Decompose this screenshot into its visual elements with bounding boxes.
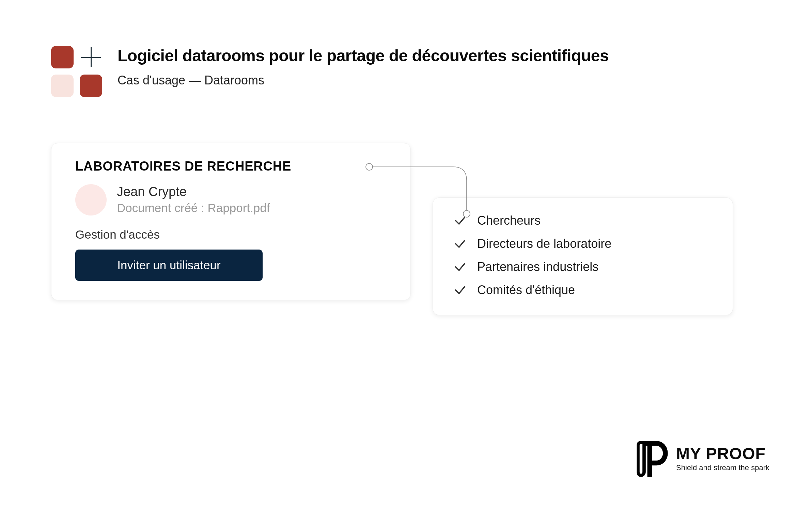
check-icon xyxy=(453,283,467,297)
list-item: Partenaires industriels xyxy=(453,260,712,274)
brand-mark-icon xyxy=(636,439,669,479)
user-row: Jean Crypte Document créé : Rapport.pdf xyxy=(75,184,389,216)
user-doc-created: Document créé : Rapport.pdf xyxy=(117,200,270,216)
list-item: Chercheurs xyxy=(453,214,712,228)
roles-list: Chercheurs Directeurs de laboratoire Par… xyxy=(453,214,712,297)
brand-footer: MY PROOF Shield and stream the spark xyxy=(636,439,769,479)
lab-card: LABORATOIRES DE RECHERCHE Jean Crypte Do… xyxy=(51,143,411,300)
list-item: Comités d'éthique xyxy=(453,283,712,297)
avatar xyxy=(75,184,106,216)
check-icon xyxy=(453,237,467,251)
app-logo-icon xyxy=(51,46,102,97)
check-icon xyxy=(453,260,467,274)
role-label: Directeurs de laboratoire xyxy=(477,237,611,251)
lab-card-title: LABORATOIRES DE RECHERCHE xyxy=(75,159,389,174)
page-title: Logiciel datarooms pour le partage de dé… xyxy=(117,46,609,66)
page-header: Logiciel datarooms pour le partage de dé… xyxy=(51,46,771,97)
access-section-label: Gestion d'accès xyxy=(75,228,389,241)
plus-icon xyxy=(80,46,102,69)
role-label: Partenaires industriels xyxy=(477,260,598,274)
brand-name: MY PROOF xyxy=(676,445,769,462)
header-text: Logiciel datarooms pour le partage de dé… xyxy=(117,46,609,88)
roles-card: Chercheurs Directeurs de laboratoire Par… xyxy=(433,197,733,315)
brand-tagline: Shield and stream the spark xyxy=(676,463,769,472)
role-label: Chercheurs xyxy=(477,214,540,228)
user-name: Jean Crypte xyxy=(117,184,270,200)
page-subtitle: Cas d'usage — Datarooms xyxy=(117,73,609,88)
invite-user-button[interactable]: Inviter un utilisateur xyxy=(75,250,263,281)
check-icon xyxy=(453,214,467,228)
list-item: Directeurs de laboratoire xyxy=(453,237,712,251)
role-label: Comités d'éthique xyxy=(477,283,575,297)
